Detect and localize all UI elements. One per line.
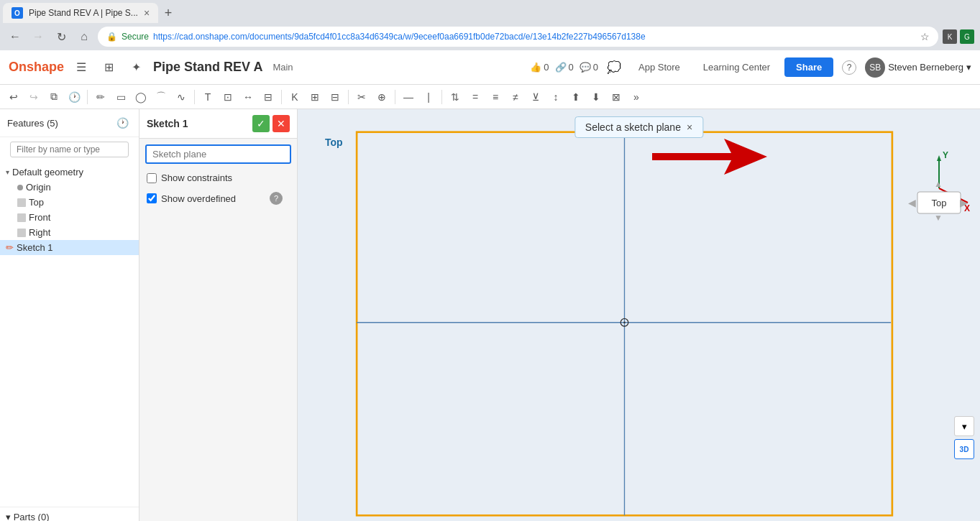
secure-label: Secure xyxy=(122,32,149,42)
view-cube[interactable]: Y X Top ◀ ▶ ▲ ▼ xyxy=(907,145,971,234)
pencil-icon: ✏ xyxy=(6,242,14,253)
ext-icon-2[interactable]: G xyxy=(960,29,974,44)
sketch-title: Sketch 1 xyxy=(147,118,188,129)
transform-tool[interactable]: ⊡ xyxy=(219,88,237,106)
canvas-right-toolbar: ▾ 3D xyxy=(954,416,974,459)
user-menu[interactable]: SB Steven Berneberg ▾ xyxy=(865,57,971,78)
feature-panel-header: Features (5) 🕐 xyxy=(0,109,139,137)
more-tool-5[interactable]: ⬆ xyxy=(567,88,585,106)
measure-tool[interactable]: ⇅ xyxy=(446,88,464,106)
tab-bar: O Pipe Stand REV A | Pipe S... × + xyxy=(0,0,980,23)
pattern-tool[interactable]: ⊟ xyxy=(326,88,344,106)
new-tab-button[interactable]: + xyxy=(158,3,178,23)
sketch-plane-input[interactable] xyxy=(145,144,291,164)
comments-button[interactable]: 💬 0 xyxy=(580,62,598,73)
share-button[interactable]: Share xyxy=(784,57,833,77)
sketch-cancel-button[interactable]: ✕ xyxy=(273,115,290,132)
show-constraints-label: Show constraints xyxy=(161,172,232,183)
ext-icon-1[interactable]: K xyxy=(943,29,957,44)
collapse-parts-icon[interactable]: ▾ xyxy=(6,512,11,521)
offset-tool[interactable]: ↔ xyxy=(239,88,257,106)
dot-icon xyxy=(17,185,23,190)
svg-marker-0 xyxy=(652,139,767,175)
dimension-tool[interactable]: ⊞ xyxy=(306,88,324,106)
tree-item-default-geometry[interactable]: ▾ Default geometry xyxy=(0,165,139,180)
tree-item-top[interactable]: Top xyxy=(12,195,139,210)
feature-tree: ▾ Default geometry Origin Top Front xyxy=(0,162,139,507)
bookmark-icon[interactable]: ☆ xyxy=(920,31,930,42)
reload-button[interactable]: ↻ xyxy=(52,27,70,46)
home-button[interactable]: ⌂ xyxy=(75,27,93,46)
tools-icon[interactable]: ✦ xyxy=(126,57,146,78)
links-button[interactable]: 🔗 0 xyxy=(555,62,574,73)
main-area: Features (5) 🕐 ▾ Default geometry Origin… xyxy=(0,109,980,521)
separator-1 xyxy=(87,90,88,104)
canvas-area[interactable]: Select a sketch plane × Top xyxy=(298,109,980,521)
circle-tool[interactable]: ◯ xyxy=(132,88,150,106)
right-label: Right xyxy=(29,227,50,238)
hamburger-menu[interactable]: ☰ xyxy=(71,57,91,78)
more-tool-2[interactable]: ≠ xyxy=(506,88,525,106)
svg-text:Top: Top xyxy=(932,198,947,208)
history-icon[interactable]: 🕐 xyxy=(113,114,132,132)
banner-close-button[interactable]: × xyxy=(687,121,692,133)
red-arrow xyxy=(652,135,767,180)
address-text: https://cad.onshape.com/documents/9da5fc… xyxy=(153,32,916,42)
project-tool[interactable]: | xyxy=(419,88,438,106)
tree-item-sketch1[interactable]: ✏ Sketch 1 xyxy=(0,240,139,255)
help-button[interactable]: ? xyxy=(270,192,283,205)
header-right: 👍 0 🔗 0 💬 0 💭 App Store Learning Center … xyxy=(530,57,971,78)
redo-button[interactable]: ↪ xyxy=(24,88,43,106)
links-count: 0 xyxy=(569,62,574,73)
more-tool-3[interactable]: ⊻ xyxy=(526,88,545,106)
back-button[interactable]: ← xyxy=(6,27,24,46)
view-options-button[interactable]: ▾ xyxy=(954,416,974,436)
tree-item-front[interactable]: Front xyxy=(12,210,139,225)
3d-toggle-button[interactable]: 3D xyxy=(954,439,974,459)
separator-6 xyxy=(441,90,442,104)
construction-tool[interactable]: — xyxy=(399,88,418,106)
spline-tool[interactable]: ∿ xyxy=(172,88,191,106)
copy-button[interactable]: ⧉ xyxy=(45,88,63,106)
chat-bubble-icon[interactable]: 💭 xyxy=(604,57,624,78)
front-label: Front xyxy=(29,212,50,223)
comments-count: 0 xyxy=(593,62,598,73)
more-tool-1[interactable]: ≡ xyxy=(486,88,505,106)
mirror-tool[interactable]: ⊟ xyxy=(259,88,278,106)
learning-center-button[interactable]: Learning Center xyxy=(695,57,779,77)
show-overdefined-checkbox[interactable] xyxy=(147,193,157,203)
doc-title: Pipe Stand REV A xyxy=(153,60,262,75)
text-tool[interactable]: T xyxy=(198,88,217,106)
plane-icon-top xyxy=(17,198,26,207)
sketch-viewport: Top xyxy=(319,131,930,517)
sketch-tool-1[interactable]: ✏ xyxy=(91,88,110,106)
more-tool-6[interactable]: ⬇ xyxy=(587,88,605,106)
extend-tool[interactable]: ⊕ xyxy=(372,88,391,106)
tree-item-origin[interactable]: Origin xyxy=(12,180,139,195)
secure-icon: 🔒 xyxy=(106,32,117,42)
filter-icon[interactable]: ⊞ xyxy=(99,57,119,78)
likes-button[interactable]: 👍 0 xyxy=(530,62,549,73)
help-icon: ? xyxy=(842,60,856,75)
trim-tool[interactable]: ✂ xyxy=(352,88,371,106)
tree-item-right[interactable]: Right xyxy=(12,225,139,240)
undo-button[interactable]: ↩ xyxy=(4,88,23,106)
app-store-button[interactable]: App Store xyxy=(630,57,689,77)
active-tab[interactable]: O Pipe Stand REV A | Pipe S... × xyxy=(3,3,158,23)
history-button[interactable]: 🕐 xyxy=(65,88,83,106)
sketch-confirm-button[interactable]: ✓ xyxy=(252,115,270,132)
more-tool-4[interactable]: ↕ xyxy=(546,88,565,106)
more-tool-7[interactable]: ⊠ xyxy=(607,88,626,106)
arc-tool[interactable]: ⌒ xyxy=(152,88,170,106)
align-tool[interactable]: = xyxy=(466,88,485,106)
forward-button[interactable]: → xyxy=(29,27,47,46)
help-button[interactable]: ? xyxy=(839,57,859,78)
rectangle-tool[interactable]: ▭ xyxy=(111,88,130,106)
show-constraints-checkbox[interactable] xyxy=(147,173,157,183)
features-title: Features (5) xyxy=(7,118,58,129)
filter-input[interactable] xyxy=(10,142,129,157)
tab-close-button[interactable]: × xyxy=(144,7,150,19)
overflow-tool[interactable]: » xyxy=(627,88,646,106)
address-bar[interactable]: 🔒 Secure https://cad.onshape.com/documen… xyxy=(98,27,938,47)
constraints-tool[interactable]: K xyxy=(285,88,304,106)
